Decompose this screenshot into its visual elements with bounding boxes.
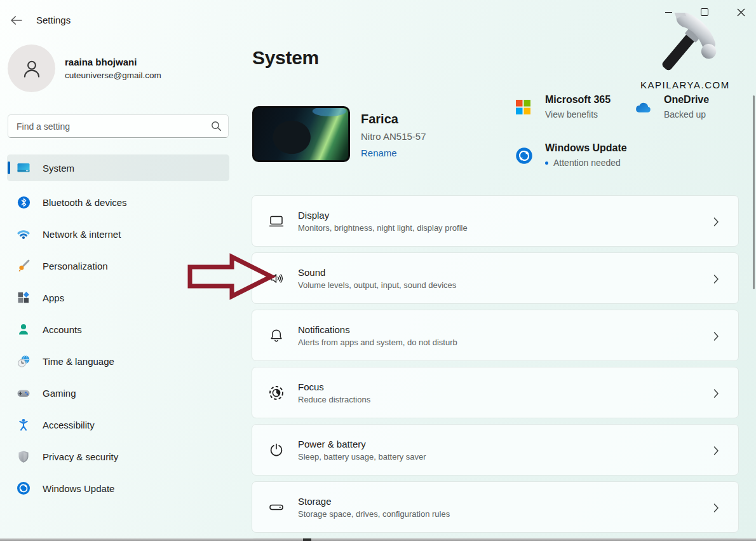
attention-bullet-icon <box>545 161 548 165</box>
sidebar-item-accessibility[interactable]: Accessibility <box>7 409 229 441</box>
accounts-icon <box>17 322 30 336</box>
card-storage[interactable]: Storage Storage space, drives, configura… <box>252 481 739 533</box>
gaming-icon <box>17 386 30 400</box>
person-icon <box>20 57 44 81</box>
watermark-text: KAPILARYA.COM <box>640 79 729 90</box>
search-icon <box>211 121 222 132</box>
settings-window: Settings KAPILARYA.COM raaina bhojwani c… <box>0 0 756 541</box>
back-button[interactable] <box>6 13 27 28</box>
page-title: System <box>252 47 319 69</box>
settings-card-list: Display Monitors, brightness, night ligh… <box>252 195 739 533</box>
onedrive-icon <box>634 102 652 113</box>
sidebar-item-time-language[interactable]: Time & language <box>7 345 229 377</box>
microsoft-365-icon <box>516 100 530 114</box>
window-title: Settings <box>36 15 71 25</box>
profile-email: cuteuniverse@gmail.com <box>65 71 161 80</box>
hammer-watermark-image <box>649 13 724 79</box>
device-thumbnail <box>252 106 350 162</box>
search-input[interactable] <box>8 114 229 138</box>
card-subtitle: Alerts from apps and system, do not dist… <box>298 338 457 347</box>
taskbar-edge-mark <box>303 538 311 541</box>
status-title: Windows Update <box>545 142 627 154</box>
card-title: Display <box>298 210 468 221</box>
privacy-security-icon <box>17 449 30 463</box>
status-onedrive[interactable]: OneDrive Backed up <box>664 94 709 120</box>
system-icon <box>17 161 30 175</box>
sidebar-item-gaming[interactable]: Gaming <box>7 377 229 409</box>
sidebar-item-network-internet[interactable]: Network & internet <box>7 218 229 250</box>
card-focus[interactable]: Focus Reduce distractions <box>252 367 739 418</box>
sidebar-item-label: Privacy & security <box>43 451 118 462</box>
card-title: Power & battery <box>298 439 426 449</box>
card-subtitle: Monitors, brightness, night light, displ… <box>298 223 468 233</box>
windows-update-status-icon <box>515 147 533 165</box>
network-icon <box>17 227 30 241</box>
card-subtitle: Reduce distractions <box>298 395 370 404</box>
sidebar-item-personalization[interactable]: Personalization <box>7 250 229 282</box>
sidebar-item-apps[interactable]: Apps <box>7 282 229 313</box>
rename-link[interactable]: Rename <box>361 147 397 158</box>
sidebar-item-accounts[interactable]: Accounts <box>7 313 229 345</box>
sidebar-item-bluetooth-devices[interactable]: Bluetooth & devices <box>7 186 229 218</box>
power-icon <box>268 442 285 458</box>
accessibility-icon <box>17 418 30 432</box>
sidebar-item-label: Bluetooth & devices <box>43 197 127 208</box>
windows-update-icon <box>17 481 30 495</box>
apps-icon <box>17 291 30 305</box>
sidebar-item-label: Network & internet <box>43 229 121 240</box>
personalization-icon <box>17 259 30 273</box>
sidebar-item-label: Time & language <box>43 356 114 367</box>
sidebar-item-label: Accounts <box>43 324 82 335</box>
close-button[interactable] <box>727 3 755 22</box>
chevron-right-icon <box>708 500 724 516</box>
card-title: Notifications <box>298 324 457 335</box>
back-arrow-icon <box>10 15 23 25</box>
sidebar-item-label: System <box>43 163 74 174</box>
profile-name: raaina bhojwani <box>65 57 137 67</box>
card-title: Focus <box>298 381 370 392</box>
card-notifications[interactable]: Notifications Alerts from apps and syste… <box>252 310 739 361</box>
close-icon <box>737 8 745 17</box>
status-subtitle: View benefits <box>545 109 611 120</box>
chevron-right-icon <box>708 442 724 459</box>
status-microsoft-365[interactable]: Microsoft 365 View benefits <box>545 94 611 120</box>
display-icon <box>268 213 285 229</box>
sidebar-item-system[interactable]: System <box>7 154 229 181</box>
card-title: Storage <box>298 496 450 507</box>
bluetooth-icon <box>17 195 30 209</box>
sidebar-item-windows-update[interactable]: Windows Update <box>7 472 229 504</box>
chevron-right-icon <box>708 271 724 287</box>
card-subtitle: Volume levels, output, input, sound devi… <box>298 280 456 290</box>
notifications-icon <box>268 327 285 344</box>
time-language-icon <box>17 354 30 368</box>
sidebar-item-privacy-security[interactable]: Privacy & security <box>7 441 229 472</box>
card-subtitle: Storage space, drives, configuration rul… <box>298 509 450 519</box>
card-display[interactable]: Display Monitors, brightness, night ligh… <box>252 195 739 247</box>
avatar <box>8 45 55 92</box>
card-sound[interactable]: Sound Volume levels, output, input, soun… <box>252 252 739 304</box>
device-name: Farica <box>361 112 398 127</box>
taskbar-edge <box>0 538 756 541</box>
search-box <box>8 114 229 138</box>
card-subtitle: Sleep, battery usage, battery saver <box>298 452 426 462</box>
sidebar-item-label: Personalization <box>43 261 108 271</box>
status-title: Microsoft 365 <box>545 94 611 106</box>
card-title: Sound <box>298 267 456 278</box>
scrollbar-thumb[interactable] <box>753 95 755 289</box>
status-title: OneDrive <box>664 94 709 106</box>
chevron-right-icon <box>708 385 724 402</box>
sidebar-item-label: Gaming <box>43 388 76 399</box>
chevron-right-icon <box>708 214 724 230</box>
sidebar-item-label: Accessibility <box>43 420 95 430</box>
storage-icon <box>268 499 285 516</box>
status-windows-update[interactable]: Windows Update Attention needed <box>545 142 627 168</box>
sidebar-item-label: Apps <box>43 292 64 303</box>
focus-icon <box>268 385 285 401</box>
sidebar-item-label: Windows Update <box>43 483 114 494</box>
device-model: Nitro AN515-57 <box>361 131 426 142</box>
status-subtitle: Attention needed <box>545 158 627 168</box>
status-subtitle: Backed up <box>664 109 709 120</box>
card-power-battery[interactable]: Power & battery Sleep, battery usage, ba… <box>252 424 739 476</box>
sidebar-nav: System Bluetooth & devices Network & int… <box>7 154 229 504</box>
sound-icon <box>268 270 285 287</box>
